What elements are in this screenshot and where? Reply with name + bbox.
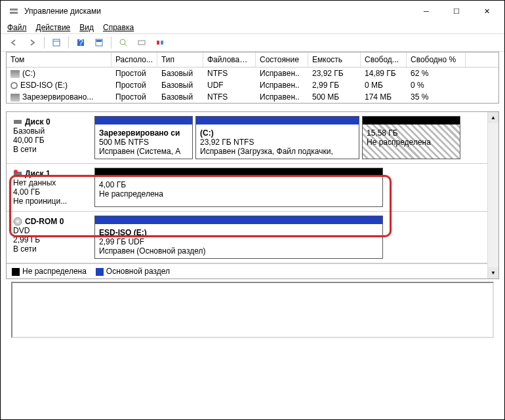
- volume-row[interactable]: ESD-ISO (E:)ПростойБазовыйUDFИсправен..2…: [7, 79, 498, 91]
- scroll-down-icon[interactable]: ▼: [488, 267, 498, 278]
- app-icon: [9, 6, 19, 16]
- svg-text:?: ?: [79, 38, 83, 47]
- menu-view[interactable]: Вид: [79, 23, 94, 32]
- volume-list[interactable]: Том Располо... Тип Файловая с... Состоян…: [6, 52, 499, 104]
- svg-rect-7: [96, 40, 102, 42]
- col-volume[interactable]: Том: [7, 52, 111, 67]
- minimize-button[interactable]: ─: [411, 1, 441, 22]
- volume-row[interactable]: Зарезервировано...ПростойБазовыйNTFSИспр…: [7, 91, 498, 103]
- svg-rect-2: [53, 39, 60, 46]
- svg-rect-10: [138, 41, 145, 45]
- menu-file[interactable]: Файл: [7, 23, 27, 32]
- svg-point-8: [120, 39, 125, 45]
- cd-icon: [10, 82, 18, 89]
- col-location[interactable]: Располо...: [111, 52, 157, 67]
- menu-help[interactable]: Справка: [103, 23, 134, 32]
- volume-list-header: Том Располо... Тип Файловая с... Состоян…: [7, 52, 498, 67]
- legend-primary: Основной раздел: [96, 267, 170, 276]
- refresh-button[interactable]: [91, 35, 107, 50]
- legend-unallocated: Не распределена: [12, 267, 87, 276]
- toolbar: ?: [1, 34, 504, 52]
- disk-icon: [13, 117, 22, 126]
- svg-rect-11: [157, 41, 159, 45]
- svg-rect-12: [161, 41, 163, 45]
- partition[interactable]: (C:)23,92 ГБ NTFSИсправен (Загрузка, Фай…: [195, 116, 359, 159]
- cd-icon: [13, 217, 22, 226]
- svg-rect-13: [14, 120, 22, 124]
- partition[interactable]: Зарезервировано си500 МБ NTFSИсправен (С…: [94, 116, 193, 159]
- partition[interactable]: 4,00 ГБНе распределена: [94, 168, 383, 207]
- scrollbar[interactable]: ▲ ▼: [487, 112, 498, 278]
- disk-row[interactable]: Диск 1Нет данных4,00 ГБНе проиници...4,0…: [7, 164, 487, 212]
- col-free[interactable]: Свобод...: [361, 52, 407, 67]
- disk-graphical-view: Диск 0Базовый40,00 ГБВ сетиЗарезервирова…: [6, 111, 499, 279]
- disk-row[interactable]: CD-ROM 0DVD2,99 ГБВ сетиESD-ISO (E:)2,99…: [7, 212, 487, 263]
- titlebar: Управление дисками ─ ☐ ✕: [1, 1, 504, 22]
- scroll-up-icon[interactable]: ▲: [488, 112, 498, 123]
- status-panel: [11, 282, 494, 338]
- col-freepct[interactable]: Свободно %: [407, 52, 466, 67]
- col-fs[interactable]: Файловая с...: [203, 52, 256, 67]
- tool-button-1[interactable]: [115, 35, 131, 50]
- window-title: Управление дисками: [24, 7, 411, 16]
- disk-icon: [10, 94, 20, 102]
- col-type[interactable]: Тип: [157, 52, 203, 67]
- volume-row[interactable]: (C:)ПростойБазовыйNTFSИсправен..23,92 ГБ…: [7, 67, 498, 79]
- menu-action[interactable]: Действие: [36, 23, 71, 32]
- svg-line-9: [125, 44, 127, 46]
- col-capacity[interactable]: Емкость: [308, 52, 361, 67]
- tool-button-2[interactable]: [134, 35, 150, 50]
- help-button[interactable]: ?: [73, 35, 89, 50]
- disk-row[interactable]: Диск 0Базовый40,00 ГБВ сетиЗарезервирова…: [7, 112, 487, 164]
- menubar: Файл Действие Вид Справка: [1, 22, 504, 34]
- legend: Не распределена Основной раздел: [7, 263, 487, 278]
- disk-warning-icon: [13, 169, 22, 178]
- svg-rect-0: [10, 9, 18, 10]
- partition[interactable]: 15,58 ГБНе распределена: [362, 116, 460, 159]
- show-hide-button[interactable]: [49, 35, 64, 50]
- forward-button[interactable]: [24, 35, 40, 50]
- partition[interactable]: ESD-ISO (E:)2,99 ГБ UDFИсправен (Основно…: [94, 216, 383, 259]
- back-button[interactable]: [6, 35, 22, 50]
- disk-icon: [10, 70, 20, 78]
- svg-point-17: [16, 220, 19, 223]
- col-status[interactable]: Состояние: [256, 52, 308, 67]
- tool-button-3[interactable]: [152, 35, 168, 50]
- svg-point-15: [14, 170, 18, 174]
- svg-rect-1: [10, 12, 18, 14]
- maximize-button[interactable]: ☐: [441, 1, 472, 22]
- close-button[interactable]: ✕: [472, 1, 502, 22]
